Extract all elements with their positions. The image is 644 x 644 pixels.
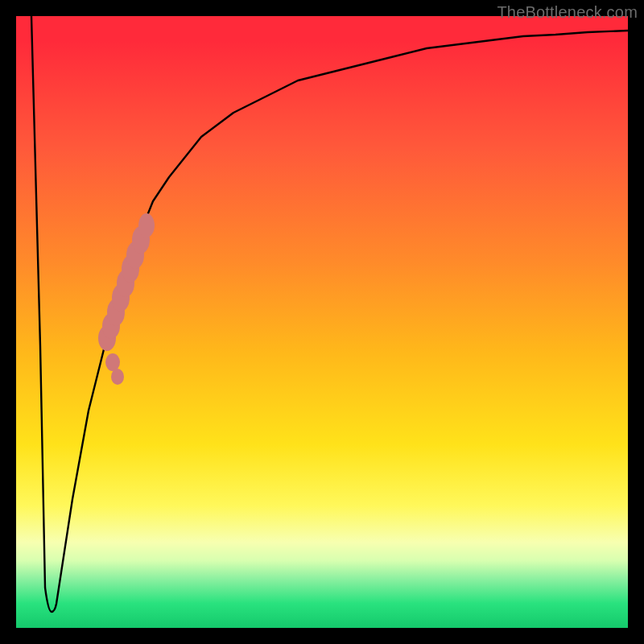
marker-dot [105, 353, 120, 371]
highlight-blob-group [98, 213, 155, 385]
chart-frame: TheBottleneck.com [0, 0, 644, 644]
watermark-text: TheBottleneck.com [497, 3, 638, 22]
plot-area [16, 16, 628, 628]
chart-svg [16, 16, 628, 628]
marker-dot [138, 213, 155, 237]
marker-dot [111, 369, 124, 385]
